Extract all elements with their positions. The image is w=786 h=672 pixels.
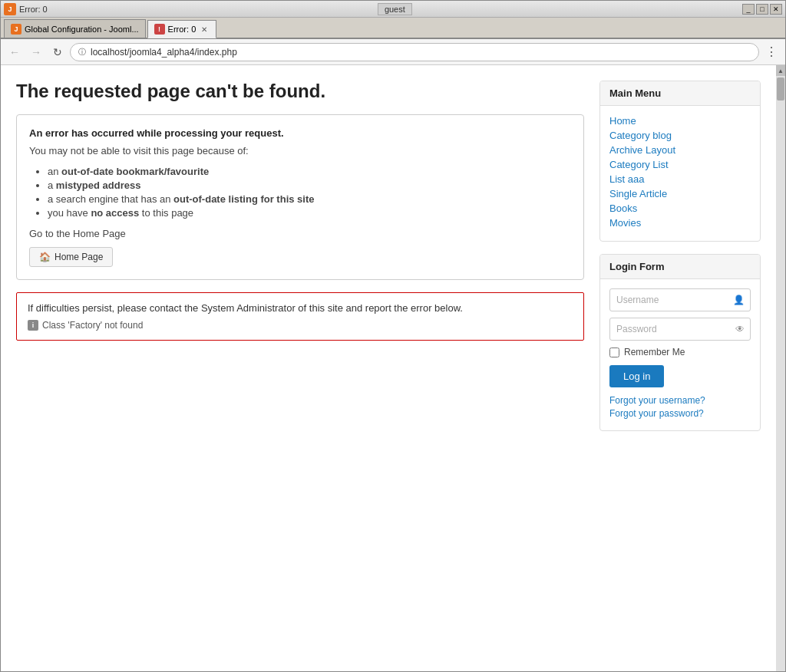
main-menu-body: Home Category blog Archive Layout Catego… — [600, 106, 760, 241]
page-area: The requested page can't be found. An er… — [1, 65, 776, 671]
reason-bold-1: out-of-date bookmark/favourite — [61, 166, 209, 177]
forgot-username-link[interactable]: Forgot your username? — [609, 395, 751, 406]
tab-0-icon: J — [11, 24, 21, 35]
scrollbar-right[interactable]: ▲ — [776, 65, 785, 671]
debug-box: If difficulties persist, please contact … — [16, 292, 584, 341]
forward-button[interactable]: → — [27, 43, 45, 61]
window-title: Error: 0 — [19, 5, 48, 14]
browser-menu-button[interactable]: ⋮ — [762, 43, 781, 61]
error-heading: An error has occurred while processing y… — [29, 127, 571, 139]
debug-error: i Class 'Factory' not found — [28, 320, 573, 331]
username-wrap: 👤 — [609, 288, 751, 311]
lock-icon: ⓘ — [78, 47, 86, 58]
list-item: you have no access to this page — [48, 207, 571, 219]
login-form-widget: Login Form 👤 👁 — [599, 254, 761, 431]
menu-item-books[interactable]: Books — [609, 203, 751, 214]
username-input[interactable] — [609, 288, 751, 311]
menu-item-list-aaa[interactable]: List aaa — [609, 173, 751, 185]
menu-item-category-blog[interactable]: Category blog — [609, 130, 751, 141]
back-button[interactable]: ← — [5, 43, 24, 61]
tab-0-label: Global Configuration - Jooml... — [25, 25, 139, 34]
list-item: an out-of-date bookmark/favourite — [48, 166, 571, 177]
tab-bar: J Global Configuration - Jooml... ! Erro… — [1, 18, 785, 39]
error-list: an out-of-date bookmark/favourite a mist… — [29, 166, 571, 219]
browser-content: The requested page can't be found. An er… — [1, 65, 785, 671]
login-button[interactable]: Log in — [609, 365, 664, 387]
user-indicator: guest — [378, 3, 412, 15]
home-btn-label: Home Page — [54, 252, 103, 262]
forgot-password-link[interactable]: Forgot your password? — [609, 408, 751, 419]
login-form-title: Login Form — [600, 255, 760, 279]
menu-item-movies[interactable]: Movies — [609, 217, 751, 229]
debug-message: If difficulties persist, please contact … — [28, 302, 573, 314]
content-area: The requested page can't be found. An er… — [16, 81, 584, 341]
menu-item-home[interactable]: Home — [609, 115, 751, 127]
main-menu-widget: Main Menu Home Category blog Archive Lay… — [599, 81, 761, 242]
error-subtext: You may not be able to visit this page b… — [29, 145, 571, 156]
minimize-button[interactable]: _ — [742, 4, 755, 15]
main-layout: The requested page can't be found. An er… — [16, 81, 761, 443]
home-page-button[interactable]: 🏠 Home Page — [29, 247, 113, 267]
debug-icon: i — [28, 320, 38, 331]
tab-1-icon: ! — [154, 24, 165, 35]
page-content: The requested page can't be found. An er… — [1, 65, 776, 474]
remember-checkbox[interactable] — [609, 348, 619, 357]
user-icon: 👤 — [733, 295, 745, 305]
address-bar: ⓘ localhost/joomla4_alpha4/index.php — [70, 43, 759, 61]
login-form-body: 👤 👁 Remember Me Log in — [600, 279, 760, 430]
maximize-button[interactable]: □ — [756, 4, 768, 15]
debug-error-text: Class 'Factory' not found — [42, 320, 143, 331]
list-item: a mistyped address — [48, 180, 571, 191]
title-bar: J Error: 0 guest _ □ ✕ — [1, 1, 785, 18]
browser-window: J Error: 0 guest _ □ ✕ J Global Configur… — [0, 0, 786, 672]
menu-item-archive-layout[interactable]: Archive Layout — [609, 144, 751, 156]
scroll-thumb[interactable] — [777, 77, 784, 100]
nav-bar: ← → ↻ ⓘ localhost/joomla4_alpha4/index.p… — [1, 39, 785, 65]
password-input[interactable] — [609, 318, 751, 341]
tab-0[interactable]: J Global Configuration - Jooml... — [4, 19, 146, 38]
eye-icon[interactable]: 👁 — [735, 324, 745, 334]
tab-1[interactable]: ! Error: 0 ✕ — [147, 20, 217, 38]
password-wrap: 👁 — [609, 318, 751, 341]
tab-1-label: Error: 0 — [168, 25, 196, 34]
page-title: The requested page can't be found. — [16, 81, 584, 102]
tab-1-close[interactable]: ✕ — [199, 24, 210, 35]
reason-bold-4: no access — [91, 207, 139, 219]
reason-bold-3: out-of-date listing for this site — [173, 193, 314, 205]
error-box: An error has occurred while processing y… — [16, 114, 584, 280]
remember-row: Remember Me — [609, 347, 751, 357]
home-icon: 🏠 — [39, 252, 51, 262]
url-text: localhost/joomla4_alpha4/index.php — [91, 47, 237, 58]
list-item: a search engine that has an out-of-date … — [48, 193, 571, 205]
menu-item-category-list[interactable]: Category List — [609, 159, 751, 170]
browser-icon: J — [4, 3, 16, 15]
refresh-button[interactable]: ↻ — [48, 43, 67, 61]
main-menu-title: Main Menu — [600, 81, 760, 106]
menu-item-single-article[interactable]: Single Article — [609, 188, 751, 199]
remember-label: Remember Me — [624, 347, 685, 357]
reason-bold-2: mistyped address — [56, 180, 141, 191]
goto-text: Go to the Home Page — [29, 228, 571, 239]
window-controls: _ □ ✕ — [742, 4, 782, 15]
scroll-up-arrow[interactable]: ▲ — [776, 65, 785, 76]
close-button[interactable]: ✕ — [770, 4, 782, 15]
sidebar: Main Menu Home Category blog Archive Lay… — [599, 81, 761, 443]
